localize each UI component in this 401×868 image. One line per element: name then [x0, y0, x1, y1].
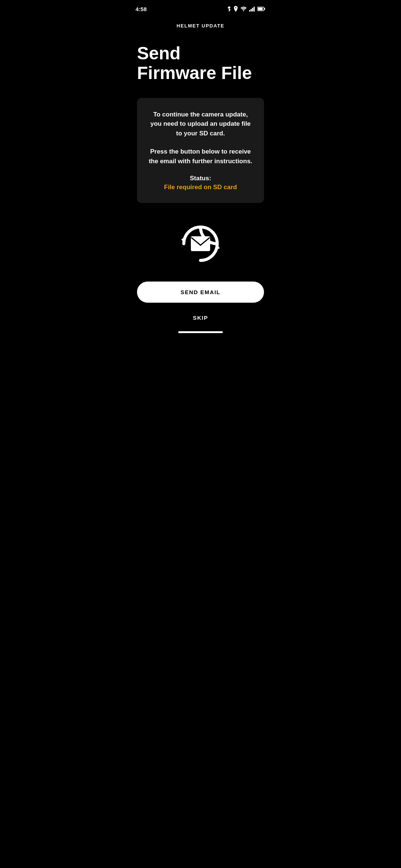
- status-value: File required on SD card: [147, 184, 254, 191]
- svg-rect-6: [264, 8, 265, 10]
- skip-button[interactable]: SKIP: [128, 309, 273, 327]
- svg-rect-2: [251, 9, 252, 11]
- info-paragraph-1: To continue the camera update, you need …: [147, 110, 254, 138]
- envelope-icon: [191, 236, 210, 251]
- home-indicator: [178, 331, 223, 333]
- send-email-icon: [175, 218, 226, 270]
- svg-rect-3: [252, 8, 253, 11]
- svg-rect-10: [191, 236, 210, 251]
- svg-point-0: [243, 10, 244, 11]
- svg-rect-1: [249, 10, 250, 11]
- wifi-icon: [240, 6, 247, 11]
- location-icon: [234, 6, 238, 12]
- info-card: To continue the camera update, you need …: [137, 98, 264, 203]
- bluetooth-icon: [226, 6, 231, 12]
- send-email-button[interactable]: SEND EMAIL: [137, 282, 264, 303]
- main-title-section: Send Firmware File: [128, 32, 273, 98]
- svg-rect-7: [258, 8, 263, 10]
- status-label: Status:: [147, 175, 254, 182]
- battery-icon: [257, 7, 265, 11]
- main-heading: Send Firmware File: [137, 44, 264, 83]
- signal-icon: [249, 6, 255, 11]
- email-icon-section: [128, 203, 273, 282]
- info-paragraph-2: Press the button below to receive the em…: [147, 147, 254, 166]
- status-icons: [226, 6, 265, 12]
- svg-rect-4: [254, 7, 255, 11]
- status-bar: 4:58: [128, 0, 273, 16]
- status-time: 4:58: [136, 6, 147, 12]
- page-header: HELMET UPDATE: [128, 16, 273, 32]
- status-section: Status: File required on SD card: [147, 175, 254, 191]
- page-title: HELMET UPDATE: [176, 23, 224, 29]
